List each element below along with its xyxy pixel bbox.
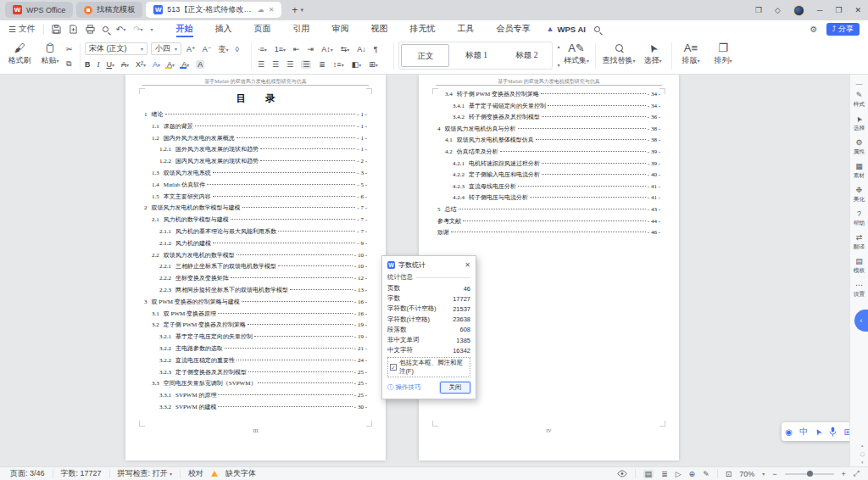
menu-插入[interactable]: 插入 bbox=[204, 20, 243, 37]
find-replace-button[interactable]: 查找替换▾ bbox=[600, 42, 637, 66]
skin-icon[interactable]: ◇ bbox=[775, 6, 781, 14]
toc-entry[interactable]: 1.4Matlab 仿真软件- 5 - bbox=[144, 181, 367, 193]
sidebar-item-素材[interactable]: ▦素材 bbox=[853, 162, 865, 180]
font-color-button[interactable]: A▾ bbox=[181, 60, 189, 69]
toc-entry[interactable]: 1.5本文主要研究内容- 6 - bbox=[144, 193, 367, 204]
shrink-font-icon[interactable]: A⁻ bbox=[203, 45, 212, 53]
borders-icon[interactable]: ⊞▾ bbox=[369, 60, 378, 69]
read-mode-icon[interactable]: ▷ bbox=[676, 470, 682, 478]
microphone-icon[interactable] bbox=[829, 427, 837, 437]
toc-entry[interactable]: 3.1双 PWM 变换器原理- 16 - bbox=[144, 310, 367, 321]
toc-entry[interactable]: 2.2.1三相静止坐标系下的双馈电机数学模型- 10 - bbox=[144, 262, 367, 274]
edit-mode-icon[interactable]: ✎ bbox=[703, 470, 709, 478]
apps-grid-icon[interactable]: ⊞ bbox=[843, 427, 849, 437]
restore-button[interactable]: ❐ bbox=[835, 6, 842, 14]
eye-protection-icon[interactable] bbox=[617, 470, 627, 477]
clear-format-icon[interactable]: ◊ bbox=[236, 45, 239, 53]
tips-link[interactable]: ⓘ 操作技巧 bbox=[387, 383, 421, 392]
paste-button[interactable]: 📋︎ 粘贴▾ bbox=[36, 42, 64, 66]
avatar[interactable] bbox=[793, 5, 804, 16]
toc-entry[interactable]: 3双 PWM 变换器的控制策略与建模- 16 - bbox=[144, 298, 367, 310]
zoom-level[interactable]: 70% bbox=[739, 470, 754, 478]
zoom-out-icon[interactable]: − bbox=[772, 470, 776, 478]
zoom-chevron-icon[interactable]: ▾ bbox=[762, 471, 765, 477]
missing-font-warning[interactable]: 缺失字体 bbox=[225, 468, 256, 479]
undo-button[interactable]: ↶▾ bbox=[116, 25, 125, 34]
fullscreen-icon[interactable]: ⤢ bbox=[854, 469, 860, 478]
zoom-in-icon[interactable]: + bbox=[842, 470, 846, 478]
next-page-icon[interactable]: ▾ bbox=[861, 460, 864, 465]
toc-entry[interactable]: 4.2.3直流母线电压分析- 41 - bbox=[437, 182, 660, 194]
toc-entry[interactable]: 2.1风力机的数学模型与建模- 7 - bbox=[144, 215, 367, 227]
toc-entry[interactable]: 2.1.2风力机的建模- 9 - bbox=[144, 239, 367, 251]
undo-chevron-icon[interactable]: ▾ bbox=[123, 26, 125, 32]
tab-list-chevron-icon[interactable]: ▾ bbox=[300, 7, 303, 14]
toc-entry[interactable]: 3.2.1基于定子电压定向的矢量控制- 19 - bbox=[144, 332, 367, 344]
toc-entry[interactable]: 3.4转子侧 PWM 变换器及控制策略- 34 - bbox=[437, 90, 660, 102]
toc-entry[interactable]: 4双馈风力发电机仿真与分析- 38 - bbox=[437, 125, 660, 137]
close-button[interactable]: ✕ bbox=[854, 6, 861, 14]
toc-entry[interactable]: 3.4.1基于定子磁链定向的矢量控制- 34 - bbox=[437, 102, 660, 114]
menu-排无忧[interactable]: 排无忧 bbox=[399, 20, 447, 37]
include-textboxes-checkbox[interactable]: ✓ 包括文本框、脚注和尾注(F) bbox=[387, 357, 470, 377]
copy-icon[interactable]: ⧉ bbox=[66, 59, 71, 69]
page-indicator[interactable]: 页面: 3/46 bbox=[10, 468, 45, 479]
phonetic-guide-icon[interactable]: 变▾ bbox=[219, 44, 229, 55]
toc-entry[interactable]: 2.2双馈风力发电机的数学模型- 10 - bbox=[144, 251, 367, 263]
gallery-down-icon[interactable]: ▾ bbox=[557, 62, 559, 68]
toc-entry[interactable]: 1.1课题的背景- 1 - bbox=[144, 122, 367, 134]
cut-icon[interactable]: ✂ bbox=[66, 45, 73, 53]
print-icon[interactable] bbox=[86, 25, 95, 34]
grow-font-icon[interactable]: A⁺ bbox=[186, 45, 196, 53]
toc-entry[interactable]: 3.2.2主电路参数的选取- 21 - bbox=[144, 344, 367, 356]
style-chip-2[interactable]: 标题 2 bbox=[504, 44, 550, 67]
toc-entry[interactable]: 1.3双馈风力发电系统- 3 - bbox=[144, 169, 367, 181]
format-painter-button[interactable]: 🖌︎ 格式刷 bbox=[5, 42, 34, 65]
browse-object-icon[interactable]: ◯ bbox=[860, 451, 865, 456]
font-name-combo[interactable]: 宋体 (正文)▾ bbox=[85, 42, 147, 55]
indent-icon[interactable]: ⇥ bbox=[308, 45, 314, 53]
sidebar-item-翻译[interactable]: ⇄翻译 bbox=[853, 233, 865, 251]
toc-entry[interactable]: 2.2.2坐标变换及变换矩阵- 12 - bbox=[144, 274, 367, 286]
menu-工具[interactable]: 工具 bbox=[447, 20, 486, 37]
translate-zhong-icon[interactable]: 中 bbox=[799, 426, 808, 438]
share-button[interactable]: ⤴ 分享 bbox=[826, 23, 860, 36]
arrange-button[interactable]: ❐ 排列▾ bbox=[709, 42, 737, 66]
char-shading-button[interactable]: A bbox=[196, 60, 204, 69]
toc-entry[interactable]: 3.3空间电压矢量脉宽调制（SVPWM）- 25 - bbox=[144, 379, 367, 391]
typeset-button[interactable]: A≡ 排版▾ bbox=[676, 42, 705, 66]
outdent-icon[interactable]: ⇤ bbox=[293, 45, 300, 53]
text-direction-icon[interactable]: ⇆▾ bbox=[341, 45, 350, 53]
export-icon[interactable] bbox=[69, 25, 78, 34]
redo-chevron-icon[interactable]: ▾ bbox=[141, 26, 143, 32]
toc-entry[interactable]: 1绪论- 1 - bbox=[144, 110, 367, 122]
shading-icon[interactable]: ◧▾ bbox=[352, 60, 362, 69]
font-size-combo[interactable]: 小四▾ bbox=[151, 42, 181, 55]
previous-page-icon[interactable]: ▴ bbox=[861, 443, 864, 448]
toc-entry[interactable]: 1.2国内外风力发电的发展概况- 1 - bbox=[144, 134, 367, 146]
sidebar-item-帮助[interactable]: ?帮助 bbox=[853, 209, 865, 227]
page-3[interactable]: 基于Matlab 的双馈风力发电机模型研究与仿真 目 录 1绪论- 1 -1.1… bbox=[125, 75, 386, 460]
search-icon[interactable] bbox=[594, 25, 600, 34]
sort-icon[interactable]: A↓ bbox=[357, 45, 366, 53]
quickbar-more-icon[interactable]: ▾ bbox=[151, 26, 153, 32]
ribbon-settings-icon[interactable]: ⚙ bbox=[810, 25, 818, 34]
page-view-icon[interactable]: ▤ bbox=[643, 470, 654, 478]
style-set-button[interactable]: A✎ 样式集▾ bbox=[561, 42, 592, 66]
toc-entry[interactable]: 1.2.1国外风力发电发展的现状和趋势- 1 - bbox=[144, 145, 367, 157]
formatting-marks-icon[interactable]: ¶ bbox=[374, 45, 378, 53]
toc-entry[interactable]: 4.2.4转子侧电压与电流分析- 41 - bbox=[437, 193, 660, 205]
document-canvas[interactable]: 基于Matlab 的双馈风力发电机模型研究与仿真 目 录 1绪论- 1 -1.1… bbox=[0, 75, 849, 466]
style-chip-0[interactable]: 正文 bbox=[401, 44, 449, 67]
underline-button[interactable]: U▾ bbox=[107, 60, 115, 69]
toc-entry[interactable]: 致谢- 46 - bbox=[437, 228, 660, 240]
print-preview-icon[interactable] bbox=[103, 26, 108, 32]
sidebar-collapse-icon[interactable]: — bbox=[856, 80, 863, 87]
distribute-icon[interactable]: ≣ bbox=[319, 60, 326, 69]
menu-页面[interactable]: 页面 bbox=[243, 20, 282, 37]
gallery-up-icon[interactable]: ▴ bbox=[557, 43, 559, 49]
toc-entry[interactable]: 4.2.1电机转速跟踪风速过程分析- 39 - bbox=[437, 159, 660, 171]
zoom-slider[interactable] bbox=[785, 473, 834, 475]
align-right-icon[interactable]: ☰ bbox=[287, 60, 293, 69]
toc-entry[interactable]: 3.2.3定子侧变换器及其控制模型- 25 - bbox=[144, 368, 367, 380]
